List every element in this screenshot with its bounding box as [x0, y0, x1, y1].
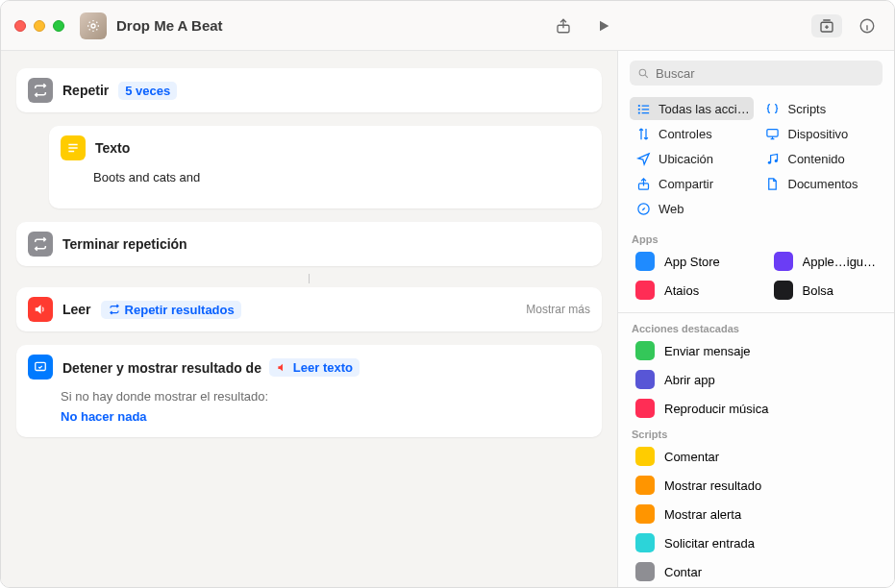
svg-point-10 — [768, 160, 771, 163]
app-item[interactable]: Bolsa — [760, 276, 891, 305]
repeat-token-icon — [108, 303, 121, 316]
location-icon — [635, 151, 651, 166]
action-icon — [635, 399, 655, 418]
featured-section-label: Acciones destacadas — [618, 317, 894, 336]
fallback-value[interactable]: No hacer nada — [61, 407, 154, 426]
doc-icon — [765, 176, 781, 191]
apps-grid: App StoreApple…iguratorAtaiosBolsa — [618, 247, 894, 308]
safari-icon — [635, 201, 651, 216]
braces-icon — [765, 101, 781, 116]
svg-point-5 — [639, 69, 646, 76]
action-icon — [635, 533, 655, 552]
repeat-label: Repetir — [62, 83, 109, 98]
scripts-section-label: Scripts — [618, 423, 894, 442]
titlebar: Drop Me A Beat — [1, 1, 894, 51]
svg-rect-9 — [767, 129, 778, 136]
action-item[interactable]: Solicitar entrada — [622, 528, 890, 557]
search-input[interactable] — [656, 66, 875, 81]
action-icon — [635, 504, 655, 524]
category-braces[interactable]: Scripts — [759, 97, 883, 120]
text-icon — [61, 135, 86, 160]
svg-point-0 — [91, 24, 95, 28]
library-button[interactable] — [811, 14, 842, 37]
share-icon — [635, 176, 651, 191]
stop-variable-token[interactable]: Leer texto — [269, 358, 360, 377]
end-repeat-label: Terminar repetición — [62, 236, 187, 252]
app-item[interactable]: App Store — [622, 247, 753, 276]
category-share[interactable]: Compartir — [630, 172, 754, 195]
speak-variable-token[interactable]: Repetir resultados — [101, 301, 241, 319]
action-item[interactable]: Abrir app — [622, 365, 890, 394]
shortcut-icon — [80, 12, 107, 39]
action-icon — [635, 562, 655, 581]
app-icon — [774, 281, 793, 300]
action-item[interactable]: Comentar — [622, 442, 890, 471]
category-location[interactable]: Ubicación — [630, 147, 754, 170]
sidebar-divider — [618, 312, 894, 313]
svg-rect-7 — [637, 108, 639, 110]
category-music-note[interactable]: Contenido — [759, 147, 883, 170]
svg-rect-8 — [637, 111, 639, 113]
action-item[interactable]: Mostrar alerta — [622, 500, 890, 528]
workflow-editor[interactable]: Repetir 5 veces Texto Boots and cats and — [1, 51, 617, 587]
window-controls — [14, 20, 64, 32]
category-up-down[interactable]: Controles — [630, 122, 754, 145]
category-desktop[interactable]: Dispositivo — [759, 122, 883, 145]
action-icon — [635, 341, 655, 360]
music-note-icon — [765, 151, 781, 166]
action-item[interactable]: Seleccionar del menú — [622, 586, 890, 587]
action-icon — [635, 447, 655, 466]
connector-line — [309, 274, 310, 283]
show-more-button[interactable]: Mostrar más — [526, 303, 590, 316]
action-item[interactable]: Reproducir música — [622, 394, 890, 423]
app-icon — [774, 252, 793, 271]
list-icon — [635, 101, 651, 116]
actions-sidebar: Todas las acci…ScriptsControlesDispositi… — [617, 51, 894, 587]
text-input[interactable]: Boots and cats and — [93, 170, 590, 208]
minimize-window-button[interactable] — [34, 20, 45, 32]
action-icon — [635, 370, 655, 389]
category-list[interactable]: Todas las acci… — [630, 97, 754, 120]
action-item[interactable]: Contar — [622, 557, 890, 586]
repeat-action[interactable]: Repetir 5 veces — [16, 68, 602, 112]
stop-output-action[interactable]: Detener y mostrar resultado de Leer text… — [16, 345, 602, 437]
category-doc[interactable]: Documentos — [759, 172, 883, 195]
info-button[interactable] — [854, 14, 881, 37]
zoom-window-button[interactable] — [53, 20, 64, 32]
desktop-icon — [765, 126, 781, 141]
text-label: Texto — [95, 140, 130, 156]
end-repeat-action[interactable]: Terminar repetición — [16, 222, 602, 266]
repeat-icon — [28, 78, 53, 103]
action-item[interactable]: Mostrar resultado — [622, 471, 890, 500]
share-button[interactable] — [550, 14, 577, 37]
category-safari[interactable]: Web — [630, 197, 754, 220]
close-window-button[interactable] — [14, 20, 26, 32]
text-action[interactable]: Texto Boots and cats and — [49, 126, 602, 208]
repeat-count-token[interactable]: 5 veces — [118, 82, 177, 100]
speak-icon — [28, 297, 53, 322]
search-field[interactable] — [630, 61, 883, 86]
svg-rect-6 — [637, 105, 639, 107]
speak-label: Leer — [62, 302, 91, 317]
stop-output-label: Detener y mostrar resultado de Leer text… — [62, 358, 360, 377]
action-item[interactable]: Enviar mensaje — [622, 336, 890, 365]
category-grid: Todas las acci…ScriptsControlesDispositi… — [618, 95, 894, 228]
repeat-end-icon — [28, 232, 53, 257]
stop-output-icon — [28, 355, 53, 380]
speak-action[interactable]: Leer Repetir resultados Mostrar más — [16, 287, 602, 331]
speak-token-icon — [276, 360, 289, 374]
window-title: Drop Me A Beat — [116, 17, 550, 34]
app-item[interactable]: Apple…igurator — [760, 247, 891, 276]
actions-scroll[interactable]: Acciones destacadas Enviar mensajeAbrir … — [618, 317, 894, 587]
app-window: Drop Me A Beat — [0, 0, 895, 588]
svg-point-11 — [775, 159, 778, 161]
app-icon — [635, 281, 655, 300]
svg-rect-4 — [36, 362, 46, 370]
fallback-label: Si no hay donde mostrar el resultado: — [61, 389, 590, 404]
up-down-icon — [635, 126, 651, 141]
app-icon — [635, 252, 655, 271]
app-item[interactable]: Ataios — [622, 276, 753, 305]
run-button[interactable] — [590, 14, 617, 37]
action-icon — [635, 476, 655, 495]
apps-section-label: Apps — [618, 228, 894, 247]
